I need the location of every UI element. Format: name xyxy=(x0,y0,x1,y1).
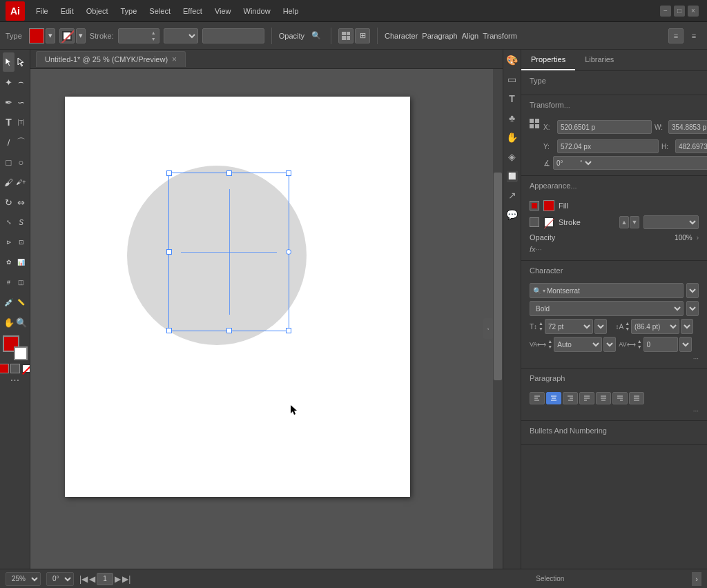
stroke-up[interactable]: ▲ xyxy=(151,30,156,36)
ellipse-tool[interactable]: ○ xyxy=(15,153,27,172)
fill-dropdown-arrow[interactable]: ▾ xyxy=(46,28,55,43)
blob-brush-tool[interactable]: 🖌+ xyxy=(15,173,27,192)
side-comment-icon[interactable]: 💬 xyxy=(505,207,520,222)
menu-effect[interactable]: Effect xyxy=(177,4,208,18)
next-page-btn[interactable]: ▶ xyxy=(115,574,121,584)
document-tab[interactable]: Untitled-1* @ 25 % (CMYK/Preview) × xyxy=(36,51,186,67)
stroke-weight-up[interactable]: ▲ xyxy=(619,216,629,228)
symbol-sprayer-tool[interactable]: ✿ xyxy=(3,253,14,272)
type-tool[interactable]: T xyxy=(3,112,14,132)
x-input[interactable] xyxy=(557,120,652,134)
handle-bc[interactable] xyxy=(226,328,232,333)
rotation-select[interactable]: 0° xyxy=(46,572,74,586)
font-size-select[interactable]: 72 pt xyxy=(545,319,593,334)
view-grid-icon[interactable] xyxy=(338,28,354,43)
close-document-icon[interactable]: × xyxy=(172,55,177,64)
paragraph-more-icon[interactable]: ··· xyxy=(693,407,699,415)
tracking-stepper[interactable]: ▲ ▼ xyxy=(548,339,552,350)
stroke-weight-stepper[interactable]: ▲ ▼ xyxy=(619,216,639,228)
eyedropper-tool[interactable]: 💉 xyxy=(3,293,14,312)
menu-file[interactable]: File xyxy=(30,4,54,18)
y-input[interactable] xyxy=(557,139,659,153)
mesh-tool[interactable]: # xyxy=(3,273,14,292)
tracking-dropdown[interactable] xyxy=(603,337,616,352)
justify-center-btn[interactable] xyxy=(596,392,611,404)
stroke-down[interactable]: ▼ xyxy=(151,36,156,42)
h-input[interactable] xyxy=(675,139,707,153)
handle-ml[interactable] xyxy=(166,249,172,255)
appearance-more-icon[interactable]: ··· xyxy=(570,184,577,192)
stroke-style-dropdown[interactable] xyxy=(643,215,699,229)
font-name-input[interactable] xyxy=(547,287,680,295)
view-layout-icon[interactable]: ⊞ xyxy=(355,28,370,43)
rectangle-tool[interactable]: □ xyxy=(3,153,14,172)
font-style-dropdown-arrow[interactable] xyxy=(686,301,699,316)
font-dropdown[interactable] xyxy=(686,283,699,298)
pen-tool[interactable]: ✒ xyxy=(3,92,14,112)
canvas-scroll[interactable]: ‹ xyxy=(30,69,503,569)
paragraph-btn[interactable]: Paragraph xyxy=(422,32,457,40)
side-shape-icon[interactable]: ▭ xyxy=(505,72,520,87)
angle-input[interactable] xyxy=(556,159,577,167)
menu-type[interactable]: Type xyxy=(115,4,143,18)
zoom-tool[interactable]: 🔍 xyxy=(15,313,27,332)
side-type-icon[interactable]: T xyxy=(505,91,520,106)
zoom-select[interactable]: 25% xyxy=(6,572,41,586)
character-btn[interactable]: Character xyxy=(385,32,418,40)
justify-right-btn[interactable] xyxy=(612,392,628,404)
background-color[interactable] xyxy=(14,346,28,360)
transform-more-icon[interactable]: ··· xyxy=(564,103,570,111)
rectangle-object[interactable] xyxy=(168,173,289,331)
shear-tool[interactable]: S xyxy=(15,213,27,232)
stroke-weight-down[interactable]: ▼ xyxy=(630,216,639,228)
vertical-type-tool[interactable]: |T| xyxy=(15,112,27,132)
page-number-input[interactable] xyxy=(97,573,113,585)
stroke-indicator[interactable] xyxy=(21,364,31,373)
fx-button[interactable]: fx xyxy=(530,245,536,253)
panel-options-icon[interactable]: ≡ xyxy=(686,28,701,43)
status-right-arrow[interactable]: › xyxy=(692,572,701,586)
close-button[interactable]: × xyxy=(688,6,699,17)
tab-properties[interactable]: Properties xyxy=(521,50,575,70)
fill-indicator[interactable] xyxy=(0,364,9,373)
menu-help[interactable]: Help xyxy=(278,4,304,18)
fill-color-preview[interactable] xyxy=(543,200,554,211)
opacity-arrow[interactable]: › xyxy=(697,234,699,242)
font-size-dropdown[interactable] xyxy=(594,319,607,334)
kerning-input[interactable] xyxy=(643,337,678,352)
angle-unit-select[interactable]: ° xyxy=(577,159,594,167)
stroke-color-preview[interactable] xyxy=(543,217,554,228)
first-page-btn[interactable]: |◀ xyxy=(79,574,88,584)
handle-bl[interactable] xyxy=(166,328,172,333)
fill-visibility-checkbox[interactable] xyxy=(530,201,539,210)
lasso-tool[interactable]: ⌢ xyxy=(15,72,27,92)
menu-object[interactable]: Object xyxy=(81,4,114,18)
character-more-icon[interactable]: ··· xyxy=(693,355,699,362)
transform-btn[interactable]: Transform xyxy=(483,32,517,40)
fill-color-box[interactable] xyxy=(29,28,44,43)
align-right-btn[interactable] xyxy=(563,392,578,404)
vertical-scroll-thumb[interactable] xyxy=(494,173,502,380)
tracking-select[interactable]: Auto xyxy=(554,337,602,352)
column-graph-tool[interactable]: 📊 xyxy=(15,253,27,272)
kerning-dropdown[interactable] xyxy=(679,337,692,352)
menu-view[interactable]: View xyxy=(209,4,237,18)
curvature-tool[interactable]: ∽ xyxy=(15,92,27,112)
font-search-wrapper[interactable]: 🔍 ▾ xyxy=(530,283,684,298)
handle-tr[interactable] xyxy=(286,170,291,176)
magic-wand-tool[interactable]: ✦ xyxy=(3,72,14,92)
stroke-style-select[interactable] xyxy=(164,28,198,43)
side-layer-icon[interactable]: ◈ xyxy=(505,149,520,164)
kerning-stepper[interactable]: ▲ ▼ xyxy=(637,339,642,350)
w-input[interactable] xyxy=(668,120,707,134)
stroke-dropdown-arrow[interactable]: ▾ xyxy=(76,28,86,43)
side-export-icon[interactable]: 🔲 xyxy=(505,168,520,184)
transform-anchor-icon[interactable] xyxy=(530,119,539,128)
side-color-icon[interactable]: 🎨 xyxy=(505,52,520,68)
angle-input-wrapper[interactable]: ° xyxy=(553,156,707,170)
selection-tool[interactable] xyxy=(3,52,14,72)
handle-tl[interactable] xyxy=(166,170,172,176)
line-tool[interactable]: / xyxy=(3,133,14,152)
side-symbol-icon[interactable]: ♣ xyxy=(505,110,520,126)
reflect-tool[interactable]: ⇔ xyxy=(15,193,27,212)
